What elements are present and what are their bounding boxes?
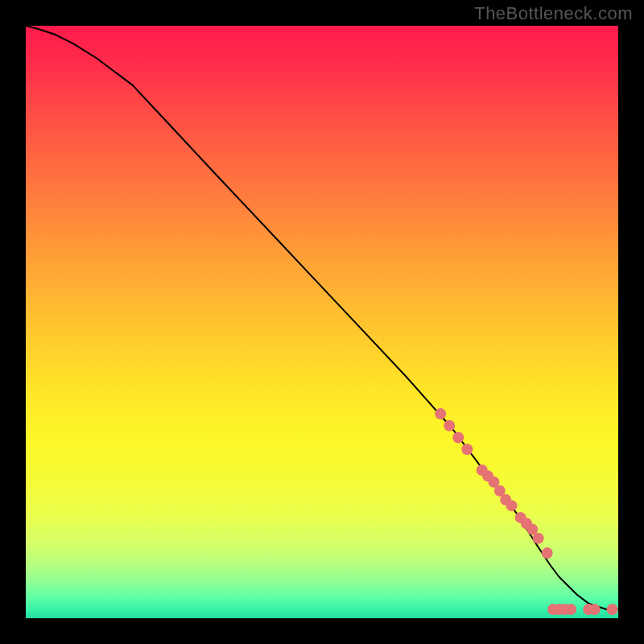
scatter-point — [506, 500, 518, 511]
scatter-point — [542, 547, 553, 559]
scatter-point — [435, 408, 446, 419]
scatter-point — [607, 604, 618, 615]
scatter-point — [589, 604, 601, 615]
scatter-point — [452, 432, 464, 444]
scatter-point — [444, 420, 455, 431]
watermark-text: TheBottleneck.com — [474, 3, 633, 24]
scatter-point — [533, 533, 544, 544]
chart-overlay-svg — [26, 26, 618, 618]
plot-area — [26, 26, 618, 618]
scatter-point — [565, 604, 576, 615]
chart-frame: TheBottleneck.com — [0, 0, 644, 644]
scatter-point — [461, 444, 473, 455]
scatter-markers — [435, 408, 617, 615]
